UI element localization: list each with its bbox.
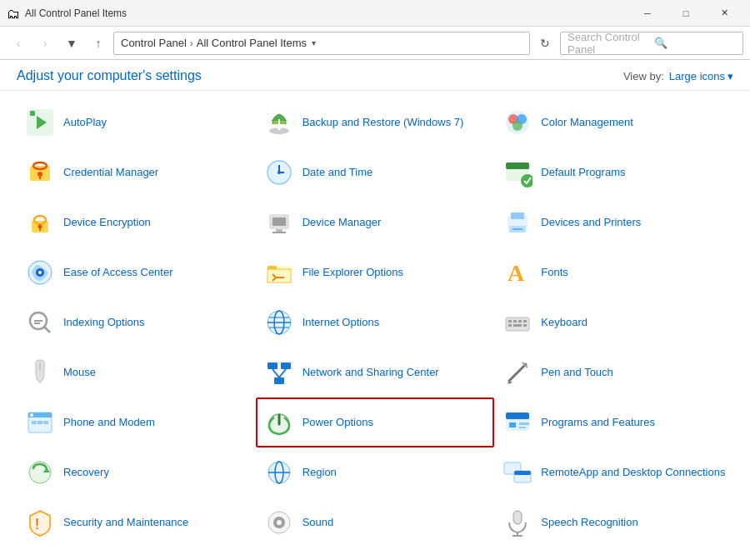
svg-rect-54 <box>523 324 527 327</box>
devprint-icon <box>501 206 534 239</box>
svg-rect-75 <box>519 427 526 428</box>
internet-label: Internet Options <box>302 316 380 330</box>
svg-rect-72 <box>506 412 529 419</box>
recovery-label: Recovery <box>63 466 109 480</box>
backup-label: Backup and Restore (Windows 7) <box>302 116 464 130</box>
address-box[interactable]: Control Panel › All Control Panel Items … <box>113 32 530 55</box>
datetime-label: Date and Time <box>302 166 373 180</box>
view-by-value[interactable]: Large icons ▾ <box>669 70 733 82</box>
list-item-autoplay[interactable]: AutoPlay <box>17 98 256 148</box>
list-item-devprint[interactable]: Devices and Printers <box>494 198 733 248</box>
datetime-icon <box>262 156 296 189</box>
list-item-pen[interactable]: Pen and Touch <box>494 348 733 398</box>
list-item-mouse[interactable]: Mouse <box>17 348 256 398</box>
list-item-indexing[interactable]: Indexing Options <box>17 298 256 348</box>
svg-rect-25 <box>276 229 282 232</box>
recent-locations-button[interactable]: ▼ <box>60 32 83 55</box>
title-bar-text: All Control Panel Items <box>25 8 628 19</box>
svg-rect-69 <box>43 421 48 424</box>
list-item-internet[interactable]: Internet Options <box>256 298 495 348</box>
svg-line-59 <box>272 369 279 378</box>
list-item-programs[interactable]: Programs and Features <box>494 398 733 448</box>
remoteapp-label: RemoteApp and Desktop Connections <box>541 466 725 480</box>
svg-rect-83 <box>514 471 531 475</box>
list-item-datetime[interactable]: Date and Time <box>256 148 495 198</box>
network-icon <box>262 356 296 389</box>
pen-icon <box>501 356 534 389</box>
list-item-default[interactable]: Default Programs <box>494 148 733 198</box>
speech-label: Speech Recognition <box>541 516 638 530</box>
svg-line-61 <box>509 364 526 381</box>
search-box[interactable]: Search Control Panel 🔍 <box>560 32 743 55</box>
mouse-label: Mouse <box>63 366 96 380</box>
internet-icon <box>262 306 296 339</box>
list-item-credential[interactable]: Credential Manager <box>17 148 256 198</box>
encryption-label: Device Encryption <box>63 216 151 230</box>
svg-point-7 <box>512 121 522 131</box>
list-item-power[interactable]: Power Options <box>256 398 495 448</box>
svg-point-15 <box>278 171 281 174</box>
svg-rect-56 <box>268 362 278 369</box>
list-item-recovery[interactable]: Recovery <box>17 448 256 498</box>
back-button[interactable]: ‹ <box>7 32 30 55</box>
list-item-network[interactable]: Network and Sharing Center <box>256 348 495 398</box>
encryption-icon <box>23 206 57 239</box>
list-item-region[interactable]: Region <box>256 448 495 498</box>
title-bar: 🗂 All Control Panel Items ─ □ ✕ <box>0 0 750 27</box>
autoplay-label: AutoPlay <box>63 116 107 130</box>
svg-point-33 <box>38 271 42 274</box>
mouse-icon <box>23 356 57 389</box>
app-icon: 🗂 <box>7 7 20 20</box>
power-label: Power Options <box>302 416 373 430</box>
devprint-label: Devices and Printers <box>541 216 641 230</box>
security-label: Security and Maintenance <box>63 516 188 530</box>
svg-rect-52 <box>508 324 512 327</box>
svg-line-60 <box>279 369 286 378</box>
credential-icon <box>23 156 57 189</box>
devmgr-icon <box>262 206 296 239</box>
svg-point-10 <box>38 172 42 177</box>
power-icon <box>262 406 296 439</box>
list-item-security[interactable]: !Security and Maintenance <box>17 498 256 548</box>
list-item-sound[interactable]: Sound <box>256 498 495 548</box>
maximize-button[interactable]: □ <box>667 0 705 27</box>
list-item-keyboard[interactable]: Keyboard <box>494 298 733 348</box>
svg-rect-50 <box>518 320 522 322</box>
list-item-backup[interactable]: Backup and Restore (Windows 7) <box>256 98 495 148</box>
close-button[interactable]: ✕ <box>705 0 743 27</box>
toolbar: Adjust your computer's settings View by:… <box>0 60 750 91</box>
list-item-fonts[interactable]: AFonts <box>494 248 733 298</box>
recovery-icon <box>23 456 57 489</box>
svg-rect-51 <box>523 320 527 322</box>
list-item-phone[interactable]: Phone and Modem <box>17 398 256 448</box>
forward-button[interactable]: › <box>33 32 57 55</box>
list-item-remoteapp[interactable]: RemoteApp and Desktop Connections <box>494 448 733 498</box>
backup-icon <box>262 106 296 139</box>
svg-text:A: A <box>508 260 525 286</box>
items-grid: AutoPlayBackup and Restore (Windows 7)Co… <box>17 98 733 548</box>
list-item-fileexplorer[interactable]: File Explorer Options <box>256 248 495 298</box>
devmgr-label: Device Manager <box>302 216 382 230</box>
color-label: Color Management <box>541 116 633 130</box>
svg-rect-17 <box>506 162 529 169</box>
refresh-button[interactable]: ↻ <box>533 32 557 55</box>
svg-rect-58 <box>274 378 284 384</box>
svg-point-87 <box>277 520 282 525</box>
list-item-speech[interactable]: Speech Recognition <box>494 498 733 548</box>
breadcrumb-control-panel: Control Panel <box>121 37 187 49</box>
items-area: AutoPlayBackup and Restore (Windows 7)Co… <box>0 91 750 560</box>
svg-text:!: ! <box>35 516 39 532</box>
main-content: Adjust your computer's settings View by:… <box>0 60 750 560</box>
default-icon <box>501 156 534 189</box>
minimize-button[interactable]: ─ <box>628 0 667 27</box>
svg-rect-74 <box>519 422 529 425</box>
list-item-devmgr[interactable]: Device Manager <box>256 198 495 248</box>
list-item-color[interactable]: Color Management <box>494 98 733 148</box>
sound-label: Sound <box>302 516 334 530</box>
up-button[interactable]: ↑ <box>87 32 110 55</box>
svg-rect-48 <box>508 320 512 322</box>
list-item-encryption[interactable]: Device Encryption <box>17 198 256 248</box>
default-label: Default Programs <box>541 166 625 180</box>
list-item-ease[interactable]: Ease of Access Center <box>17 248 256 298</box>
svg-rect-53 <box>513 324 522 327</box>
